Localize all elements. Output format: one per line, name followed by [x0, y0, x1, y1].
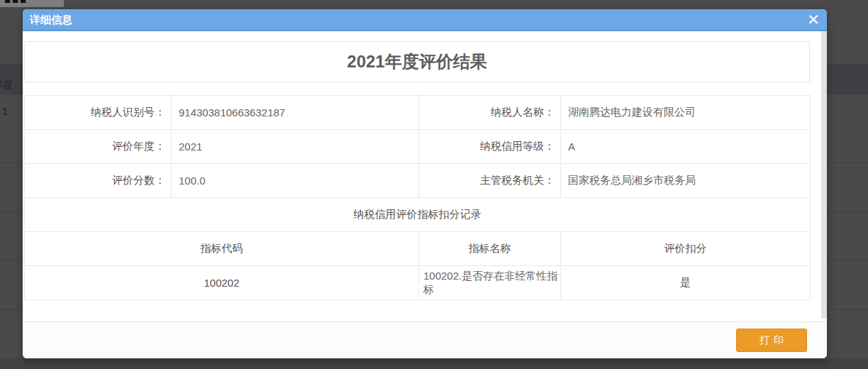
- detail-info-dialog: 详细信息 ✕ 2021年度评价结果 纳税人识别号： 91430381066363…: [23, 9, 827, 358]
- section-row: 纳税信用评价指标扣分记录: [25, 198, 811, 232]
- taxpayer-id-value: 914303810663632187: [172, 96, 419, 130]
- evaluation-info-table: 纳税人识别号： 914303810663632187 纳税人名称： 湖南腾达电力…: [24, 95, 811, 300]
- tax-authority-value: 国家税务总局湘乡市税务局: [561, 164, 811, 198]
- background-clipped-text: ■■■: [4, 0, 28, 6]
- background-partial-value: 1: [2, 105, 8, 117]
- tax-authority-label: 主管税务机关：: [419, 164, 561, 198]
- deduction-data-row: 100202 100202.是否存在非经常性指标 是: [25, 266, 811, 300]
- credit-grade-label: 纳税信用等级：: [419, 130, 561, 164]
- deduction-score-header: 评价扣分: [561, 232, 811, 266]
- eval-year-value: 2021: [172, 130, 419, 164]
- dialog-header: 详细信息 ✕: [23, 9, 827, 31]
- eval-score-value: 100.0: [172, 164, 419, 198]
- dialog-content: 2021年度评价结果 纳税人识别号： 914303810663632187 纳税…: [24, 41, 810, 300]
- deduction-score-cell: 是: [561, 266, 811, 300]
- indicator-name-cell: 100202.是否存在非经常性指标: [419, 266, 561, 300]
- indicator-name-header: 指标名称: [419, 232, 561, 266]
- print-button[interactable]: 打印: [736, 329, 807, 352]
- indicator-code-header: 指标代码: [25, 232, 419, 266]
- background-partial-label: 年度: [0, 79, 13, 92]
- dialog-body: 2021年度评价结果 纳税人识别号： 914303810663632187 纳税…: [23, 31, 827, 319]
- eval-score-label: 评价分数：: [25, 164, 172, 198]
- credit-grade-value: A: [561, 130, 811, 164]
- taxpayer-id-label: 纳税人识别号：: [25, 96, 172, 130]
- background-bottom-band: [0, 358, 868, 369]
- table-row: 评价年度： 2021 纳税信用等级： A: [25, 130, 811, 164]
- dialog-scrollbar[interactable]: [821, 31, 827, 319]
- close-icon[interactable]: ✕: [804, 10, 823, 30]
- dialog-footer: 打印: [23, 321, 827, 358]
- table-row: 纳税人识别号： 914303810663632187 纳税人名称： 湖南腾达电力…: [25, 96, 811, 130]
- taxpayer-name-value: 湖南腾达电力建设有限公司: [561, 96, 811, 130]
- result-heading: 2021年度评价结果: [24, 41, 810, 82]
- eval-year-label: 评价年度：: [25, 130, 172, 164]
- table-row: 评价分数： 100.0 主管税务机关： 国家税务总局湘乡市税务局: [25, 164, 811, 198]
- taxpayer-name-label: 纳税人名称：: [419, 96, 561, 130]
- dialog-title: 详细信息: [23, 9, 827, 30]
- deduction-header-row: 指标代码 指标名称 评价扣分: [25, 232, 811, 266]
- scrollbar-thumb[interactable]: [821, 31, 827, 319]
- deduction-section-title: 纳税信用评价指标扣分记录: [25, 198, 811, 232]
- background-page-fragment: ■■■: [0, 0, 64, 7]
- indicator-code-cell: 100202: [25, 266, 419, 300]
